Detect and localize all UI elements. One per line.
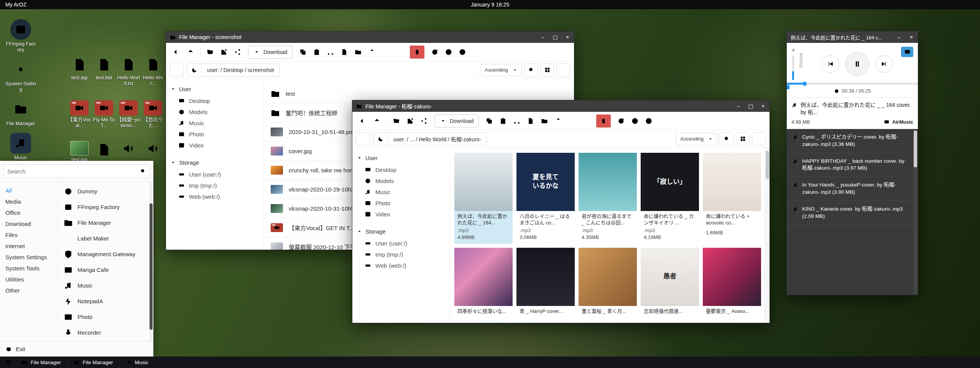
minimize-button[interactable]: –	[736, 103, 741, 109]
desktop-file-junai[interactable]: HD 【純愛~yukimin...	[117, 100, 140, 129]
sort-order-select[interactable]: Ascending	[676, 133, 717, 145]
君が夜の海に還るまで _ こんにちは谷田...[interactable]: 君が夜の海に還るまで _ こんにちは谷田... .mp3 4.35MB	[579, 153, 637, 244]
previous-button[interactable]	[822, 55, 839, 73]
maximize-button[interactable]: ▢	[552, 34, 558, 40]
sidebar-item-video[interactable]: Video	[352, 209, 450, 220]
rename-button[interactable]	[565, 114, 579, 128]
category-media[interactable]: Media	[0, 196, 58, 207]
title-bar[interactable]: File Manager - screenshot – ▢ ×	[166, 31, 574, 43]
desktop-file-test-agi[interactable]: HD test.agi	[67, 56, 91, 87]
命に嫌われている _ カンザキイオリ ...[interactable]: 「寂しい」 命に嫌われている _ カンザキイオリ ... .mp3 4.19MB	[641, 153, 699, 244]
text-tool-button[interactable]	[393, 45, 406, 59]
sidebar-item-music[interactable]: Music	[352, 186, 450, 198]
app-item-manga-cafe[interactable]: Manga Cafe	[58, 262, 153, 278]
category-office[interactable]: Office	[0, 207, 58, 218]
upload-button[interactable]	[551, 114, 565, 128]
HAPPY BIRTHDAY _ back number cover. by 柘榴-zakuro-.mp3 (3.97 MB)[interactable]: HAPPY BIRTHDAY _ back number cover. by 柘…	[787, 153, 918, 177]
volume-up-button[interactable]: +	[791, 47, 795, 53]
sidebar-item-tmp-drive[interactable]: tmp (tmp:/)	[166, 180, 263, 191]
category-utilities[interactable]: Utilities	[0, 274, 58, 285]
playlist-scrollbar[interactable]	[914, 130, 917, 294]
category-files[interactable]: Files	[0, 229, 58, 240]
desktop-file-hello-wor[interactable]: HD Hello Wor...	[141, 56, 165, 87]
app-item-music[interactable]: Music	[58, 278, 153, 293]
menu-scrollbar[interactable]	[150, 182, 153, 341]
list-view-button[interactable]	[752, 132, 766, 146]
app-item-dummy[interactable]: Dummy	[58, 183, 153, 199]
maximize-button[interactable]: ▢	[748, 103, 753, 109]
sidebar-item-web-drive[interactable]: Web (web:/)	[166, 191, 263, 202]
app-item-file-manager[interactable]: File Manager	[58, 215, 153, 231]
desktop-file-hello-world-txt[interactable]: HD Hello World.txt	[117, 56, 140, 87]
sidebar-item-photo[interactable]: Photo	[352, 198, 450, 209]
new-folder-button[interactable]	[351, 45, 365, 59]
desktop-file-touhou-vocal[interactable]: HD 【東方Vocal...	[67, 100, 91, 129]
sidebar-item-user-drive[interactable]: User (user:/)	[166, 169, 263, 180]
new-file-button[interactable]	[524, 114, 538, 128]
close-button[interactable]: ×	[760, 103, 766, 109]
breadcrumb-path[interactable]: user: / ... / Hello World / 柘榴-zakuro-	[388, 135, 487, 143]
desktop-file-koinouta[interactable]: HD 【恋のうた...	[141, 100, 165, 129]
refresh-button[interactable]	[614, 114, 628, 128]
desktop-file-test-bat[interactable]: HD test.bat	[92, 56, 116, 87]
copy-button[interactable]	[482, 114, 496, 128]
info-button[interactable]	[442, 45, 455, 59]
file-grid-scrollbar[interactable]	[765, 148, 770, 323]
taskbar-item-file-manager-1[interactable]: File Manager	[15, 357, 67, 368]
app-item-ffmpeg-factory[interactable]: FFmpeg Factory	[58, 199, 153, 215]
refresh-button[interactable]	[428, 45, 442, 59]
trash-button[interactable]	[596, 114, 611, 128]
dark-mode-toggle[interactable]	[373, 133, 388, 145]
sidebar-item-desktop[interactable]: Desktop	[166, 95, 263, 106]
search-button[interactable]	[524, 64, 538, 77]
八月のレイニー _ はるまきごはん co...[interactable]: 夏を見て いるかな 八月のレイニー _ はるまきごはん co... .mp3 3…	[516, 153, 575, 244]
KING _ Kanaria cover. by 柘榴-zakuro-.mp3 (2.09 MB)[interactable]: KING _ Kanaria cover. by 柘榴-zakuro-.mp3 …	[787, 201, 918, 225]
Cynic _ ポリスピカデリー cover. by 柘榴-zakuro-.mp3 (3.36 MB)[interactable]: Cynic _ ポリスピカデリー cover. by 柘榴-zakuro-.mp…	[787, 129, 918, 153]
category-all[interactable]: All	[0, 185, 58, 196]
back-button[interactable]	[170, 45, 184, 59]
new-file-button[interactable]	[337, 45, 351, 59]
trash-button[interactable]	[410, 46, 424, 59]
player-menu-icon[interactable]	[903, 62, 912, 71]
sidebar-item-web-drive[interactable]: Web (web:/)	[352, 260, 450, 271]
minimize-button[interactable]: –	[540, 34, 546, 40]
toggle-list-button[interactable]	[356, 132, 370, 146]
命に嫌われている + acoustic co...[interactable]: 命に嫌われている + acoustic co... 1.69MB	[703, 153, 761, 244]
help-button[interactable]	[642, 114, 656, 128]
search-input[interactable]	[7, 168, 140, 175]
up-button[interactable]	[184, 45, 197, 59]
cut-button[interactable]	[324, 45, 337, 59]
app-item-system-setting[interactable]: System Setting	[58, 340, 153, 341]
up-button[interactable]	[370, 114, 384, 128]
taskbar-item-file-manager-2[interactable]: File Manager	[67, 357, 120, 368]
paste-button[interactable]	[496, 114, 510, 128]
toggle-list-button[interactable]	[170, 64, 184, 77]
open-external-button[interactable]	[217, 45, 231, 59]
sidebar-item-user-drive[interactable]: User (user:/)	[352, 238, 450, 249]
In Your Hands _ yusukeP cover. by 柘榴-zakuro-.mp3 (3.90 MB)[interactable]: In Your Hands _ yusukeP cover. by 柘榴-zak…	[787, 177, 918, 201]
sidebar-item-video[interactable]: Video	[166, 140, 263, 151]
category-other[interactable]: Other	[0, 285, 58, 296]
pause-button[interactable]	[845, 52, 869, 76]
upload-button[interactable]	[365, 45, 379, 59]
desktop-icon-file-manager[interactable]: File Manager	[5, 99, 37, 127]
desktop-icon-ffmpeg-factory[interactable]: FFmpeg Factory	[5, 19, 37, 53]
rename-button[interactable]	[379, 45, 393, 59]
菫と葉桜 _ 青く月...[interactable]: 菫と葉桜 _ 青く月...	[579, 248, 637, 322]
sidebar-item-photo[interactable]: Photo	[166, 129, 263, 140]
open-external-button[interactable]	[403, 114, 417, 128]
list-view-button[interactable]	[556, 64, 570, 77]
breadcrumb-path[interactable]: user: / Desktop / screenshot	[202, 67, 279, 73]
例えば、今此処に置かれた花に _ 164...[interactable]: 例えば、今此処に置かれた花に _ 164... .mp3 4.99MB	[454, 153, 513, 244]
青 _ HarryP cover...[interactable]: 青 _ HarryP cover...	[516, 248, 575, 322]
close-button[interactable]: ×	[565, 34, 570, 40]
dark-mode-toggle[interactable]	[187, 64, 202, 76]
sidebar-user-header[interactable]: User	[166, 83, 263, 95]
close-button[interactable]: ×	[909, 34, 914, 40]
minimize-button[interactable]: –	[896, 34, 902, 40]
copy-button[interactable]	[296, 45, 310, 59]
desktop-icon-music[interactable]: Music	[5, 133, 37, 161]
忘却感傷代償連...[interactable]: 愚者 忘却感傷代償連...	[641, 248, 699, 322]
sidebar-item-models[interactable]: Models	[166, 106, 263, 118]
download-button[interactable]: Download	[248, 46, 293, 59]
